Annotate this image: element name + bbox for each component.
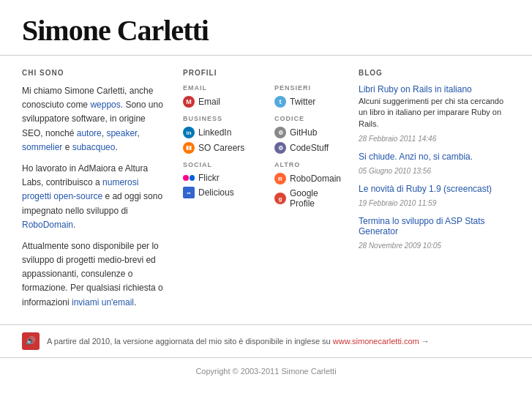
- github-item: ⚙ GitHub: [274, 127, 344, 138]
- weppos-link[interactable]: weppos: [90, 100, 120, 110]
- github-icon: ⚙: [274, 127, 286, 138]
- profili-heading: PROFILI: [183, 69, 344, 77]
- banner-icon: 🔊: [22, 332, 40, 350]
- blog-date-1: 28 Febbraio 2011 14:46: [359, 135, 436, 143]
- flickr-item: Flickr: [183, 173, 252, 183]
- linkedin-link[interactable]: LinkedIn: [198, 127, 231, 138]
- speaker-link[interactable]: speaker: [106, 128, 137, 138]
- banner-link[interactable]: www.simonecarletti.com: [333, 337, 419, 346]
- banner-text: A partire dal 2010, la versione aggiorna…: [47, 337, 430, 346]
- robodomain-link[interactable]: RoboDomain: [22, 220, 73, 230]
- gmail-icon: M: [183, 96, 195, 108]
- email-subheading: EMAIL: [183, 84, 252, 92]
- linkedin-item: in LinkedIn: [183, 127, 252, 138]
- google-item: g Google Profile: [274, 188, 344, 209]
- codice-subheading: CODICE: [274, 115, 344, 122]
- business-subheading: BUSINESS: [183, 115, 252, 122]
- blog-date-4: 28 Novembre 2009 10:05: [359, 242, 441, 250]
- robodomain-item: R RoboDomain: [274, 173, 344, 184]
- chi-sono-para1: Mi chiamo Simone Carletti, anche conosci…: [22, 84, 168, 154]
- chi-sono-section: CHI SONO Mi chiamo Simone Carletti, anch…: [22, 69, 183, 317]
- blog-heading: BLOG: [359, 69, 510, 77]
- profili-left-col: EMAIL M Email BUSINESS in LinkedIn ▮▮ SO…: [183, 84, 252, 212]
- so-item: ▮▮ SO Careers: [183, 142, 252, 154]
- blog-item-1: Libri Ruby on Rails in italiano Alcuni s…: [359, 84, 510, 144]
- flickr-icon: [183, 175, 195, 181]
- opensource-link[interactable]: numerosi progetti open-source: [22, 177, 138, 201]
- google-icon: g: [274, 193, 286, 204]
- google-link[interactable]: Google Profile: [290, 188, 344, 209]
- copyright: Copyright © 2003-2011 Simone Carletti: [0, 358, 532, 384]
- blog-item-3: Le novità di Ruby 1.9 (screencast) 19 Fe…: [359, 184, 510, 209]
- so-icon: ▮▮: [183, 142, 195, 154]
- site-title: Simone Carletti: [22, 13, 510, 48]
- pensieri-subheading: PENSIERI: [274, 84, 344, 92]
- profili-section: PROFILI EMAIL M Email BUSINESS in Linked…: [183, 69, 359, 317]
- twitter-link[interactable]: Twitter: [290, 97, 315, 107]
- profili-right-col: PENSIERI t Twitter CODICE ⚙ GitHub ⚙ Cod…: [274, 84, 344, 212]
- codestuff-item: ⚙ CodeStuff: [274, 142, 344, 154]
- blog-link-1[interactable]: Libri Ruby on Rails in italiano: [359, 84, 510, 94]
- blog-section: BLOG Libri Ruby on Rails in italiano Alc…: [359, 69, 510, 317]
- twitter-icon: t: [274, 96, 286, 108]
- codestuff-link[interactable]: CodeStuff: [290, 143, 329, 153]
- email-contact-link[interactable]: inviami un'email: [72, 297, 134, 307]
- subacqueo-link[interactable]: subacqueo: [72, 142, 116, 152]
- email-item: M Email: [183, 96, 252, 108]
- robodomain-profile-link[interactable]: RoboDomain: [290, 174, 341, 184]
- delicious-icon: ▪▪: [183, 187, 195, 198]
- codestuff-icon: ⚙: [274, 142, 286, 154]
- social-subheading: SOCIAL: [183, 161, 252, 168]
- autore-link[interactable]: autore: [77, 128, 102, 138]
- twitter-item: t Twitter: [274, 96, 344, 108]
- blog-desc-1: Alcuni suggerimenti per chi sta cercando…: [359, 96, 510, 130]
- altro-subheading: ALTRO: [274, 161, 344, 168]
- chi-sono-para2: Ho lavorato in AdMaiora e Altura Labs, c…: [22, 162, 168, 232]
- chi-sono-heading: CHI SONO: [22, 69, 168, 77]
- blog-date-2: 05 Giugno 2010 13:56: [359, 167, 431, 175]
- robodomain-icon: R: [274, 173, 286, 184]
- github-link[interactable]: GitHub: [290, 127, 317, 138]
- blog-link-3[interactable]: Le novità di Ruby 1.9 (screencast): [359, 184, 510, 194]
- blog-item-2: Si chiude. Anzi no, si cambia. 05 Giugno…: [359, 152, 510, 176]
- so-link[interactable]: SO Careers: [198, 143, 244, 153]
- footer-banner: 🔊 A partire dal 2010, la versione aggior…: [0, 325, 532, 358]
- chi-sono-para3: Attualmente sono disponibile per lo svil…: [22, 239, 168, 310]
- delicious-link[interactable]: Delicious: [198, 187, 234, 198]
- delicious-item: ▪▪ Delicious: [183, 187, 252, 198]
- blog-link-4[interactable]: Termina lo sviluppo di ASP Stats Generat…: [359, 216, 510, 236]
- blog-link-2[interactable]: Si chiude. Anzi no, si cambia.: [359, 152, 510, 162]
- email-link[interactable]: Email: [198, 97, 220, 107]
- blog-date-3: 19 Febbraio 2010 11:59: [359, 199, 436, 207]
- blog-item-4: Termina lo sviluppo di ASP Stats Generat…: [359, 216, 510, 251]
- flickr-link[interactable]: Flickr: [198, 173, 220, 183]
- sommelier-link[interactable]: sommelier: [22, 142, 62, 152]
- linkedin-icon: in: [183, 127, 195, 138]
